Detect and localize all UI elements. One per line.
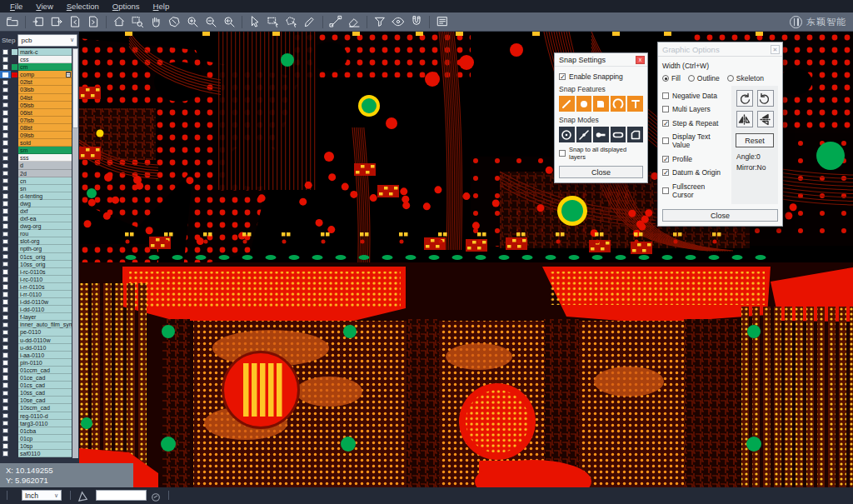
layer-row-01cs_orig[interactable]: 01cs_orig bbox=[0, 253, 72, 261]
layer-row-i-dd-0110[interactable]: i-dd-0110 bbox=[0, 306, 72, 313]
unit-select[interactable]: Inch ∨ bbox=[22, 490, 62, 501]
layer-row-i-aa-0110[interactable]: i-aa-0110 bbox=[0, 352, 72, 359]
layer-row-d[interactable]: d bbox=[0, 162, 72, 169]
layer-row-inner_auto_film_symb[interactable]: inner_auto_film_symb bbox=[0, 321, 72, 328]
layer-visibility-checkbox[interactable] bbox=[0, 162, 11, 169]
layer-visibility-checkbox[interactable] bbox=[0, 48, 11, 56]
export-button[interactable] bbox=[47, 13, 66, 30]
layer-row-04lst[interactable]: 04lst bbox=[0, 94, 72, 102]
layer-visibility-checkbox[interactable] bbox=[0, 374, 11, 382]
layer-row-dwg-org[interactable]: dwg-org bbox=[0, 222, 72, 230]
layer-visibility-checkbox[interactable] bbox=[0, 344, 11, 352]
layer-visibility-checkbox[interactable] bbox=[0, 192, 11, 200]
layer-visibility-checkbox[interactable] bbox=[0, 412, 11, 420]
layer-row-10ss_cad[interactable]: 10ss_cad bbox=[0, 389, 72, 397]
layer-row-sold[interactable]: sold bbox=[0, 139, 72, 147]
menu-view[interactable]: View bbox=[29, 0, 59, 12]
layer-visibility-checkbox[interactable] bbox=[0, 389, 11, 397]
menu-options[interactable]: Options bbox=[106, 0, 147, 12]
snap-close-button[interactable]: Close bbox=[559, 166, 643, 178]
layer-row-01ccm_cad[interactable]: 01ccm_cad bbox=[0, 367, 72, 374]
layer-visibility-checkbox[interactable] bbox=[0, 298, 11, 306]
layer-visibility-checkbox[interactable] bbox=[0, 245, 11, 252]
layer-scrollbar-thumb[interactable] bbox=[72, 48, 78, 128]
snap-arc-button[interactable] bbox=[611, 96, 626, 112]
zoom-window-button[interactable] bbox=[128, 13, 147, 30]
check-display-text-value[interactable]: Display Text Value bbox=[662, 132, 728, 149]
layer-visibility-checkbox[interactable] bbox=[0, 367, 11, 374]
pan-button[interactable] bbox=[147, 13, 165, 30]
notes-panel-button[interactable] bbox=[433, 13, 451, 30]
layer-visibility-checkbox[interactable] bbox=[0, 420, 11, 427]
check-datum-origin[interactable]: Datum & Origin bbox=[662, 168, 728, 177]
zoom-previous-button[interactable] bbox=[220, 13, 238, 30]
layer-visibility-checkbox[interactable] bbox=[0, 435, 11, 442]
snap-key-button[interactable] bbox=[593, 127, 609, 142]
layer-visibility-checkbox[interactable] bbox=[0, 291, 11, 298]
select-poly-button[interactable] bbox=[282, 13, 301, 30]
command-input[interactable] bbox=[96, 490, 147, 501]
zoom-out-button[interactable] bbox=[202, 13, 220, 30]
layer-row-08lst[interactable]: 08lst bbox=[0, 124, 72, 132]
layer-visibility-checkbox[interactable] bbox=[0, 185, 11, 192]
close-icon[interactable]: ✕ bbox=[771, 45, 780, 54]
layer-row-i-rr-0110s[interactable]: i-rr-0110s bbox=[0, 283, 72, 291]
layer-visibility-checkbox[interactable] bbox=[0, 132, 11, 139]
check-fullscreen-cursor[interactable]: Fullscreen Cursor bbox=[662, 182, 728, 199]
width-radio-skeleton[interactable]: Skeleton bbox=[727, 74, 764, 82]
layer-visibility-checkbox[interactable] bbox=[0, 337, 11, 344]
layer-row-10scm_cad[interactable]: 10scm_cad bbox=[0, 404, 72, 412]
snap-pad-button[interactable] bbox=[593, 96, 609, 112]
measure-button[interactable] bbox=[327, 13, 345, 30]
layer-row-sm[interactable]: sm bbox=[0, 147, 72, 154]
open-file-button[interactable] bbox=[3, 13, 22, 30]
mirror-h-button[interactable] bbox=[736, 111, 753, 127]
snap-corner-button[interactable] bbox=[627, 127, 643, 142]
layer-visibility-checkbox[interactable] bbox=[0, 328, 11, 336]
menu-help[interactable]: Help bbox=[147, 0, 177, 12]
layer-row-npth-org[interactable]: npth-org bbox=[0, 245, 72, 252]
layer-visibility-checkbox[interactable] bbox=[0, 117, 11, 124]
layer-row-09lsb[interactable]: 09lsb bbox=[0, 132, 72, 139]
mirror-v-button[interactable] bbox=[757, 111, 774, 127]
layer-row-i-dd-0110w[interactable]: i-dd-0110w bbox=[0, 298, 72, 306]
enable-snapping-checkbox-row[interactable]: Enable Snapping bbox=[559, 72, 643, 81]
reset-button[interactable]: Reset bbox=[736, 133, 774, 147]
layer-row-02lst[interactable]: 02lst bbox=[0, 78, 72, 86]
layer-visibility-checkbox[interactable] bbox=[0, 200, 11, 207]
layer-visibility-checkbox[interactable] bbox=[0, 170, 11, 177]
layer-row-i-rc-0110[interactable]: i-rc-0110 bbox=[0, 276, 72, 283]
layer-row-f-layer[interactable]: f-layer bbox=[0, 313, 72, 321]
layer-visibility-checkbox[interactable] bbox=[0, 359, 11, 367]
layer-visibility-checkbox[interactable] bbox=[0, 147, 11, 154]
layer-visibility-checkbox[interactable] bbox=[0, 276, 11, 283]
layer-row-pe-0110[interactable]: pe-0110 bbox=[0, 328, 72, 336]
layer-row-mark-c[interactable]: mark-c bbox=[0, 48, 72, 56]
layer-row-10se_cad[interactable]: 10se_cad bbox=[0, 397, 72, 404]
check-step-repeat[interactable]: Step & Repeat bbox=[662, 119, 728, 127]
apply-icon[interactable] bbox=[151, 491, 161, 501]
layer-visibility-checkbox[interactable] bbox=[0, 450, 11, 457]
layer-row-05lsb[interactable]: 05lsb bbox=[0, 102, 72, 109]
layer-row-u-dd-0110w[interactable]: u-dd-0110w bbox=[0, 337, 72, 344]
zoom-in-button[interactable] bbox=[183, 13, 202, 30]
layer-visibility-checkbox[interactable] bbox=[0, 154, 11, 162]
layer-badge-icon[interactable] bbox=[66, 72, 72, 77]
layer-row-comp[interactable]: comp bbox=[0, 71, 72, 78]
highlight-brush-button[interactable] bbox=[301, 13, 319, 30]
snap-dot-button[interactable] bbox=[576, 96, 592, 112]
layer-row-01ce_cad[interactable]: 01ce_cad bbox=[0, 374, 72, 382]
eraser-button[interactable] bbox=[345, 13, 363, 30]
snap-dialog-titlebar[interactable]: Snap Settings x bbox=[555, 53, 647, 67]
snap-line-button[interactable] bbox=[559, 96, 575, 112]
layer-row-cn[interactable]: cn bbox=[0, 177, 72, 185]
layer-row-targ3-0110[interactable]: targ3-0110 bbox=[0, 420, 72, 427]
layer-row-dxf[interactable]: dxf bbox=[0, 207, 72, 215]
close-icon[interactable]: x bbox=[636, 56, 645, 64]
width-radio-fill[interactable]: Fill bbox=[662, 74, 681, 82]
layer-visibility-checkbox[interactable] bbox=[0, 124, 11, 132]
layer-row-i-rr-0110[interactable]: i-rr-0110 bbox=[0, 291, 72, 298]
step-select[interactable]: pcb ∨ bbox=[17, 34, 77, 47]
snap-center-button[interactable] bbox=[559, 127, 575, 142]
layer-row-css[interactable]: css bbox=[0, 56, 72, 63]
